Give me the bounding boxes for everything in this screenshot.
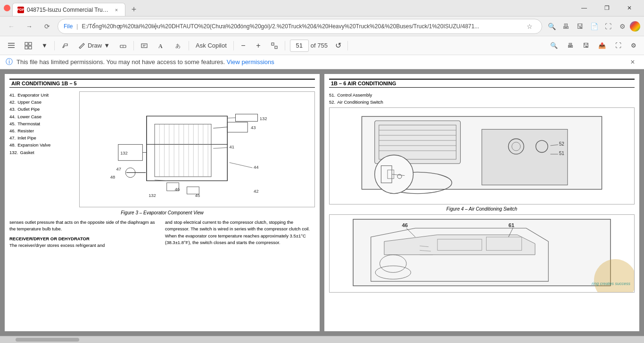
close-button[interactable]: ✕ [619,0,640,16]
svg-rect-17 [147,116,227,144]
right-part-label-51: Control Assembly [337,91,372,98]
pdf-settings-button[interactable]: ⚙ [627,39,640,53]
address-input[interactable]: File | E:/Tổng%20hợp%20tài%20liệu%20DHTA… [58,19,542,34]
body-col2: and stop electrical current to the compr… [165,219,315,249]
zoom-in-button[interactable]: + [252,39,265,52]
active-tab[interactable]: PDF 048715-Isuzu Commercial Truck F × [12,3,125,16]
svg-rect-4 [29,42,32,45]
svg-text:41: 41 [230,144,234,149]
pdf-tools-button[interactable]: 📄 [587,20,601,33]
svg-text:46: 46 [402,223,408,229]
page-navigation: of 755 [290,40,328,52]
svg-line-39 [227,118,235,118]
svg-text:61: 61 [508,223,514,229]
evaporator-diagram: 41 43 47 132 [79,91,315,207]
handwriting-button[interactable]: あ [171,39,186,53]
rotate-left-button[interactable]: ↺ [331,39,345,52]
body-col1: senses outlet pressure that acts on the … [9,219,159,249]
tab-label: 048715-Isuzu Commercial Truck F [27,7,110,13]
pdf-print-button[interactable]: 🖶 [563,39,577,53]
address-separator: | [76,23,78,30]
part-label-42: Upper Case [17,98,41,106]
toolbar-divider-6 [347,41,348,50]
svg-rect-5 [25,46,28,49]
part-num-44: 44. [9,113,16,120]
figure3-caption: Figure 3 – Evaporator Component View [9,210,315,215]
evaporator-svg: 41 43 47 132 [80,92,314,205]
body-col1-text1: senses outlet pressure that acts on the … [9,219,159,233]
bookmark-button[interactable]: ☆ [523,20,536,33]
svg-text:42: 42 [254,188,258,194]
pdf-search-button[interactable]: 🔍 [546,39,561,53]
part-label-45: Thermostat [17,120,40,127]
thumbnail-view-button[interactable] [21,39,36,53]
draw-label: Draw [88,42,102,49]
part-num-47: 47. [9,134,16,141]
page-number-input[interactable] [290,40,309,52]
right-header-text: 1B – 6 AIR CONDITIONING [331,81,396,86]
svg-text:43: 43 [251,125,256,130]
notification-text: This file has limited permissions. You m… [17,58,623,65]
svg-rect-19 [155,124,211,177]
save-button[interactable]: 🖫 [573,20,586,33]
part-label-47: Inlet Pipe [17,134,36,141]
svg-text:132: 132 [260,116,267,121]
browser-toolbar-right: 🔍 🖶 🖫 📄 ⛶ ⚙ [545,20,640,33]
eraser-button[interactable] [116,39,131,53]
scrollbar-thumb[interactable] [16,338,79,342]
svg-rect-3 [25,42,28,45]
control-svg: 52 51 [330,108,634,202]
sidebar-toggle-button[interactable] [4,39,19,53]
draw-button[interactable]: Draw ▼ [74,39,114,53]
text-box-button[interactable] [137,39,152,53]
part-label-44: Lower Case [17,113,41,120]
pdf-left-page: AIR CONDITIONING 1B – 5 41. Evaporator U… [5,74,320,331]
svg-rect-9 [141,44,147,48]
back-button: ← [4,19,19,34]
print-button[interactable]: 🖶 [559,20,572,33]
minimize-button[interactable]: — [573,0,595,16]
highlight-tool-button[interactable] [58,39,73,53]
svg-text:48: 48 [110,174,115,180]
draw-dropdown[interactable]: ▼ [104,42,110,49]
fit-page-button[interactable] [267,39,282,52]
svg-text:47: 47 [116,166,121,172]
browser-search-button[interactable]: 🔍 [545,20,558,33]
part-num-46: 46. [9,127,16,134]
view-permissions-link[interactable]: View permissions [227,58,274,65]
part-label-132: Gasket [20,149,34,156]
notification-close-button[interactable]: × [627,57,638,68]
svg-rect-33 [227,122,248,132]
notification-icon: ⓘ [6,57,13,66]
part-num-43: 43. [9,106,16,113]
address-protocol: File [64,23,73,30]
body-col1-text2: The receiver/dryer stores excess refrige… [9,242,159,249]
fullscreen-button[interactable]: ⛶ [602,20,615,33]
horizontal-scrollbar[interactable] [0,336,644,343]
ask-copilot-button[interactable]: Ask Copilot [192,39,231,53]
pdf-save-button[interactable]: 🖫 [579,39,593,53]
profile-avatar[interactable] [630,21,640,32]
settings-button[interactable]: ⚙ [616,20,629,33]
tab-close-button[interactable]: × [113,6,120,14]
new-tab-button[interactable]: + [127,3,140,16]
pdf-share-button[interactable]: 📤 [594,39,610,53]
text-format-button[interactable]: A [154,39,169,53]
toolbar-divider-1 [54,41,55,50]
forward-button[interactable]: → [22,19,37,34]
macos-close-dot[interactable] [4,5,10,11]
svg-line-44 [230,163,253,168]
part-num-42: 42. [9,98,16,106]
svg-text:44: 44 [254,164,258,170]
svg-text:132: 132 [120,150,128,155]
zoom-out-button[interactable]: − [237,39,250,52]
maximize-button[interactable]: ❐ [596,0,618,16]
svg-line-32 [213,147,227,148]
watermark-area: ring creates success [578,254,634,292]
svg-rect-15 [275,46,277,49]
pdf-fullscreen-button[interactable]: ⛶ [611,39,625,53]
svg-text:ring creates success: ring creates success [592,281,631,286]
dropdown-button[interactable]: ▼ [38,39,51,53]
figure4-caption: Figure 4 – Air Conditioning Switch [329,206,635,212]
reload-button[interactable]: ⟳ [40,19,55,34]
